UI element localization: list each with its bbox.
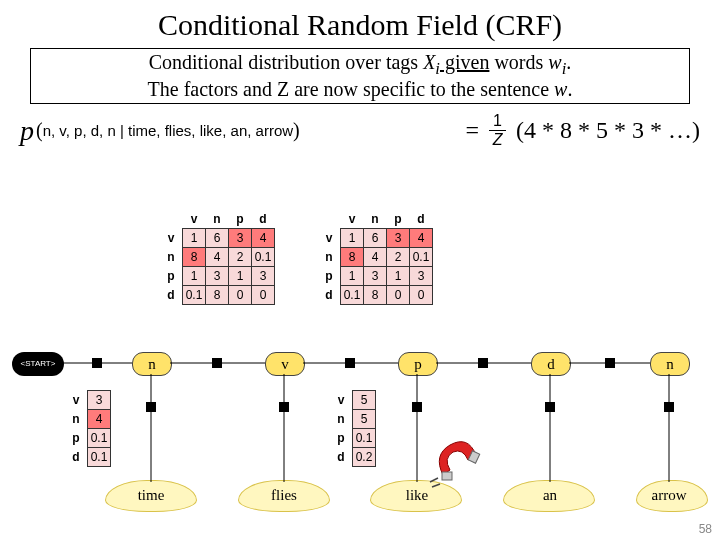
product-expression: (4 * 8 * 5 * 3 * …) xyxy=(516,117,700,144)
sub-l1c: words xyxy=(489,51,548,73)
tr1-c: 3 xyxy=(229,229,252,248)
tr2-col-n: n xyxy=(364,210,387,229)
word-an: an xyxy=(520,487,580,504)
word-flies: flies xyxy=(254,487,314,504)
cond-tags: n, v, p, d, n xyxy=(43,122,116,139)
fraction-1-over-Z: 1 Z xyxy=(489,112,506,149)
equation-row: p ( n, v, p, d, n | time, flies, like, a… xyxy=(20,112,700,149)
sub-given: given xyxy=(440,51,489,73)
tr1-col-d: d xyxy=(252,210,275,229)
svg-rect-10 xyxy=(442,472,452,480)
tr1-c: 1 xyxy=(183,229,206,248)
em-t-c: 0.1 xyxy=(88,448,111,467)
sub-l2: The factors and Z are now specific to th… xyxy=(148,78,554,100)
em-t-d: d xyxy=(65,448,88,467)
tr1-col-p: p xyxy=(229,210,252,229)
em-l-c: 5 xyxy=(353,391,376,410)
tr2-c: 4 xyxy=(410,229,433,248)
em-l-c: 5 xyxy=(353,410,376,429)
sub-l1d: . xyxy=(566,51,571,73)
tr2-row-v: v xyxy=(318,229,341,248)
slide-title: Conditional Random Field (CRF) xyxy=(0,0,720,42)
tr2-c: 3 xyxy=(387,229,410,248)
graph-edges xyxy=(0,260,720,510)
sub-l1a: Conditional distribution over tags xyxy=(149,51,423,73)
em-l-c: 0.1 xyxy=(353,429,376,448)
tr1-col-v: v xyxy=(183,210,206,229)
tr2-c: 6 xyxy=(364,229,387,248)
em-t-n: n xyxy=(65,410,88,429)
frac-den: Z xyxy=(493,131,503,149)
em-l-p: p xyxy=(330,429,353,448)
em-l-n: n xyxy=(330,410,353,429)
tr2-col-v: v xyxy=(341,210,364,229)
svg-line-12 xyxy=(430,478,438,482)
tr2-col-p: p xyxy=(387,210,410,229)
close-paren: ) xyxy=(293,119,300,142)
sub-l2e: . xyxy=(567,78,572,100)
sub-wi: w xyxy=(548,51,561,73)
tr2-col-d: d xyxy=(410,210,433,229)
tr1-c: 4 xyxy=(252,229,275,248)
equals-sign: = xyxy=(466,117,480,144)
word-time: time xyxy=(121,487,181,504)
subtitle-box: Conditional distribution over tags Xi gi… xyxy=(30,48,690,104)
cond-bar: | xyxy=(116,122,128,139)
em-t-c: 4 xyxy=(88,410,111,429)
em-t-c: 3 xyxy=(88,391,111,410)
tr1-row-v: v xyxy=(160,229,183,248)
sub-l2w: w xyxy=(554,78,567,100)
tr1-col-n: n xyxy=(206,210,229,229)
em-t-v: v xyxy=(65,391,88,410)
emission-table-time: v3 n4 p0.1 d0.1 xyxy=(65,390,111,467)
tr2-c: 1 xyxy=(341,229,364,248)
cond-words: time, flies, like, an, arrow xyxy=(128,122,293,139)
em-t-c: 0.1 xyxy=(88,429,111,448)
magnet-icon xyxy=(428,430,488,490)
page-number: 58 xyxy=(699,522,712,536)
word-arrow: arrow xyxy=(639,487,699,504)
em-l-c: 0.2 xyxy=(353,448,376,467)
p-symbol: p xyxy=(20,115,34,147)
tr1-c: 6 xyxy=(206,229,229,248)
em-t-p: p xyxy=(65,429,88,448)
sub-Xi: X xyxy=(423,51,435,73)
frac-num: 1 xyxy=(489,112,506,131)
open-paren: ( xyxy=(36,119,43,142)
emission-table-like: v5 n5 p0.1 d0.2 xyxy=(330,390,376,467)
em-l-d: d xyxy=(330,448,353,467)
svg-line-13 xyxy=(432,484,440,487)
em-l-v: v xyxy=(330,391,353,410)
